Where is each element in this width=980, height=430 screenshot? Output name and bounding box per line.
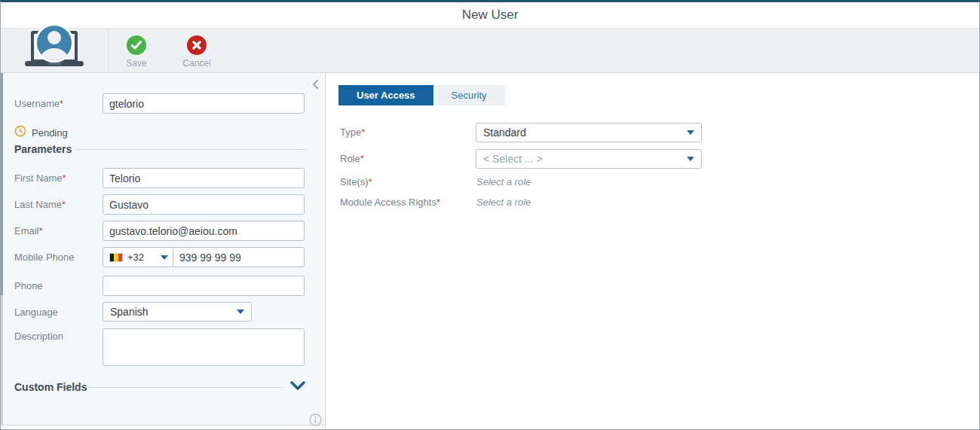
user-access-panel: User Access Security Type* Standard Role… [326,73,980,429]
parameters-section-heading: Parameters [14,143,72,155]
pending-clock-icon [14,125,26,140]
title-bar: New User [1,2,979,29]
cancel-x-icon [187,35,207,55]
cancel-button[interactable]: Cancel [179,35,215,69]
username-label: Username* [14,98,63,109]
belgium-flag-icon [109,253,123,262]
description-label: Description [14,331,63,342]
language-select[interactable]: Spanish [103,302,252,322]
status-badge: Pending [14,125,68,140]
new-user-window: New User Save Cancel [0,0,980,430]
toolbar-separator [108,29,109,73]
mobile-phone-field: +32 939 99 99 99 [103,247,305,267]
custom-fields-divider [87,387,283,388]
user-details-panel: Username* Pending Parameters First Name*… [1,73,325,425]
phone-label: Phone [14,280,43,291]
page-title: New User [462,8,519,23]
custom-fields-section-heading: Custom Fields [14,381,87,393]
email-input[interactable] [103,221,305,241]
user-laptop-avatar-icon [20,23,88,70]
required-asterisk: * [62,199,66,210]
required-asterisk: * [369,176,372,188]
phone-input[interactable] [103,276,305,296]
type-select[interactable]: Standard [476,123,702,142]
left-scrollbar-track[interactable] [1,73,3,425]
module-access-rights-label: Module Access Rights* [340,197,440,208]
tab-security[interactable]: Security [433,85,505,105]
required-asterisk: * [60,98,63,109]
cancel-label: Cancel [182,58,210,69]
first-name-label: First Name* [14,172,66,184]
parameters-divider [75,149,306,150]
country-code-select[interactable]: +32 [103,248,173,267]
last-name-label: Last Name* [14,199,66,210]
first-name-input[interactable] [103,168,305,188]
role-label: Role* [340,153,364,164]
required-asterisk: * [63,172,66,184]
description-textarea[interactable] [103,328,305,366]
collapse-panel-chevron-left-icon[interactable] [310,78,322,90]
email-label: Email* [14,225,43,236]
required-asterisk: * [361,127,365,138]
sites-label: Site(s)* [340,176,372,188]
language-label: Language [14,306,58,318]
save-check-icon [127,35,146,55]
chevron-down-icon [687,157,694,161]
mobile-phone-input[interactable]: 939 99 99 99 [173,248,304,267]
module-access-rights-hint: Select a role [476,197,531,208]
tab-bar: User Access Security [338,85,505,105]
role-select[interactable]: < Select ... > [476,149,702,169]
dial-code: +32 [127,252,144,263]
language-value: Spanish [110,306,149,318]
required-asterisk: * [436,197,440,208]
type-value: Standard [483,127,526,139]
custom-fields-expand-chevron-down-icon[interactable] [289,379,306,392]
info-icon[interactable] [309,413,322,426]
username-input[interactable] [103,93,305,114]
chevron-down-icon [687,130,694,135]
left-scrollbar-thumb[interactable] [1,73,3,295]
chevron-down-icon [161,255,168,260]
type-label: Type* [340,127,365,138]
mobile-phone-label: Mobile Phone [14,252,75,263]
save-button[interactable]: Save [118,35,155,69]
role-placeholder: < Select ... > [483,153,543,165]
sites-hint: Select a role [476,176,531,188]
status-text: Pending [32,127,68,139]
tab-user-access[interactable]: User Access [338,85,433,105]
save-label: Save [126,58,146,69]
chevron-down-icon [237,310,244,314]
required-asterisk: * [360,153,364,164]
required-asterisk: * [39,225,43,236]
last-name-input[interactable] [103,194,305,215]
